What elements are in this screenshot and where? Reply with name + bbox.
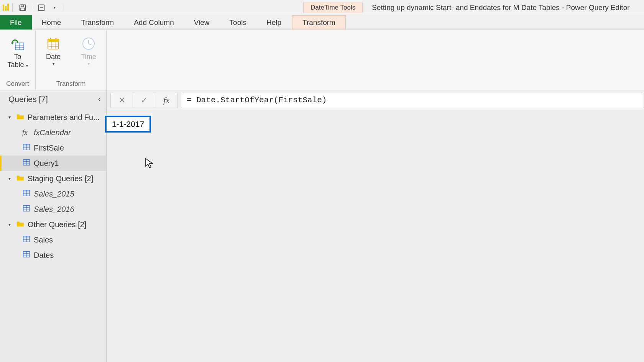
separator [64,3,64,12]
chevron-down-icon: ▾ [26,64,28,68]
fx-icon: fx [22,128,31,137]
query-firstsale[interactable]: FirstSale [0,140,106,156]
separator [32,3,32,12]
svg-rect-0 [3,5,4,11]
collapse-pane-button[interactable]: ‹ [98,94,101,104]
tab-add-column[interactable]: Add Column [124,15,184,29]
separator [12,3,13,12]
svg-rect-12 [48,39,59,42]
tab-view[interactable]: View [184,15,220,29]
query-label: Sales_2016 [34,205,74,214]
folder-parameters[interactable]: Parameters and Fu... [0,110,106,125]
commit-formula-button[interactable]: ✓ [133,93,155,108]
svg-rect-2 [7,4,9,11]
ribbon: To Table ▾ Convert Date ▾ Time ▾ Tran [0,30,644,90]
query-label: fxCalendar [34,128,71,137]
tab-transform-contextual[interactable]: Transform [292,15,346,29]
cancel-formula-button[interactable]: ✕ [111,93,133,108]
table-icon [22,204,31,215]
ribbon-tabs: File Home Transform Add Column View Tool… [0,15,644,30]
chevron-down-icon [8,222,13,227]
save-button[interactable] [17,2,28,13]
svg-rect-4 [21,5,24,7]
app-icon [2,3,11,12]
queries-title: Queries [7] [8,95,48,104]
folder-icon [16,219,25,230]
query-fxcalendar[interactable]: fx fxCalendar [0,125,106,140]
quick-access-toolbar: ▾ [17,2,66,13]
calendar-icon [46,34,61,53]
folder-icon [16,174,25,184]
queries-pane: Queries [7] ‹ Parameters and Fu... fx fx… [0,90,107,362]
time-button[interactable]: Time ▾ [75,32,102,66]
svg-rect-5 [21,8,25,10]
result-value[interactable]: 1-1-2017 [105,116,151,133]
chevron-down-icon [8,115,13,120]
formula-bar: ✕ ✓ fx = Date.StartOfYear(FirstSale) [107,90,644,110]
formula-bar-buttons: ✕ ✓ fx [110,93,178,108]
chevron-down-icon: ▾ [53,62,54,66]
formula-input[interactable]: = Date.StartOfYear(FirstSale) [181,93,644,108]
titlebar: ▾ DateTime Tools Setting up dynamic Star… [0,0,644,15]
tab-transform[interactable]: Transform [71,15,124,29]
tab-file[interactable]: File [0,15,32,29]
table-icon [22,189,31,199]
fx-button[interactable]: fx [155,93,177,108]
folder-label: Parameters and Fu... [28,113,100,122]
to-table-icon [10,34,25,53]
query-label: Sales [34,236,53,244]
query-query1[interactable]: Query1 [0,156,106,171]
query-label: FirstSale [34,144,64,152]
ribbon-group-label-convert: Convert [6,80,29,89]
svg-point-17 [50,38,51,39]
svg-point-18 [56,38,57,39]
to-table-label-1: To [14,53,21,61]
date-button[interactable]: Date ▾ [39,32,67,66]
table-icon [22,158,31,169]
query-sales[interactable]: Sales [0,232,106,247]
ribbon-group-transform: Date ▾ Time ▾ Transform [36,30,107,90]
folder-label: Other Queries [2] [28,220,86,229]
ribbon-group-convert: To Table ▾ Convert [0,30,36,90]
main: Queries [7] ‹ Parameters and Fu... fx fx… [0,90,644,362]
tab-help[interactable]: Help [256,15,291,29]
ribbon-group-label-transform: Transform [56,80,86,89]
queries-header: Queries [7] ‹ [0,90,106,108]
table-icon [22,235,31,245]
query-label: Query1 [34,159,59,168]
folder-staging[interactable]: Staging Queries [2] [0,171,106,186]
result-area: 1-1-2017 [107,110,644,362]
mouse-cursor-icon [145,158,153,171]
clock-icon [81,34,96,53]
qat-dropdown[interactable]: ▾ [49,2,60,13]
query-sales-2015[interactable]: Sales_2015 [0,186,106,201]
to-table-label-2: Table [7,61,24,69]
query-sales-2016[interactable]: Sales_2016 [0,201,106,217]
query-dates[interactable]: Dates [0,247,106,263]
time-label: Time [81,53,96,61]
content-area: ✕ ✓ fx = Date.StartOfYear(FirstSale) 1-1… [107,90,644,362]
query-label: Dates [34,251,54,260]
table-icon [22,250,31,260]
tab-tools[interactable]: Tools [220,15,256,29]
query-label: Sales_2015 [34,190,74,198]
folder-icon [16,112,25,123]
to-table-button[interactable]: To Table ▾ [4,32,31,69]
folder-label: Staging Queries [2] [28,174,93,183]
window-title: Setting up dynamic Start- and Enddates f… [372,3,629,12]
tab-home[interactable]: Home [32,15,71,29]
contextual-tab-header: DateTime Tools [303,2,363,13]
date-label: Date [46,53,61,61]
undo-button[interactable] [36,2,47,13]
chevron-down-icon: ▾ [88,62,90,66]
folder-other[interactable]: Other Queries [2] [0,217,106,232]
svg-rect-1 [5,6,7,11]
table-icon [22,143,31,153]
queries-tree: Parameters and Fu... fx fxCalendar First… [0,108,106,264]
chevron-down-icon [8,176,13,181]
